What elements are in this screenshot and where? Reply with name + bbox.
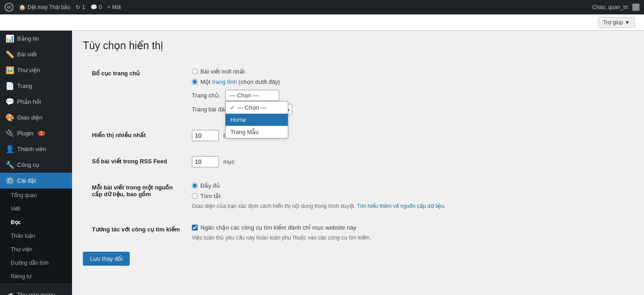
submenu-permalink-label: Đường dẫn tĩnh: [11, 260, 49, 266]
pages-icon: 📄: [5, 82, 14, 90]
sidebar-label-dashboard: Bảng tin: [17, 35, 39, 42]
sidebar-item-appearance[interactable]: 🎨 Giao diện: [0, 110, 72, 125]
admin-bar-right: Chào, quan_tri: [592, 4, 639, 11]
feed-content-label: Mỗi bài viết trong một nguồn cấp dữ liệu…: [83, 175, 186, 217]
site-name: Dệt may Thái bảo: [27, 4, 70, 10]
comment-count: 0: [99, 4, 102, 10]
feed-full-radio[interactable]: [192, 183, 198, 189]
sidebar-item-settings[interactable]: ⚙️ Cài đặt: [0, 173, 72, 189]
homepage-select[interactable]: — Chọn — Home Trang Mẫu: [225, 90, 279, 101]
sidebar-label-plugins: Plugin: [17, 130, 33, 137]
feed-learn-more-link[interactable]: Tìm hiểu thêm về nguồn cấp dữ liệu.: [357, 203, 445, 209]
submenu-media[interactable]: Thư viện: [0, 243, 72, 256]
admin-bar-left: W 🏠 Dệt may Thái bảo ↻ 1 💬 0 + Mới: [5, 3, 587, 12]
search-engine-checkbox[interactable]: [192, 225, 198, 230]
rss-posts-suffix: mục: [223, 158, 235, 165]
collapse-menu-button[interactable]: ◀ Thu gọn menu: [0, 287, 72, 295]
static-page-link[interactable]: trang tĩnh: [212, 78, 237, 85]
settings-table: Bố cục trang chủ Bài viết mới nhất Một t…: [83, 61, 633, 248]
static-page-label: Một trang tĩnh (chọn dưới đây): [200, 78, 280, 85]
homepage-select-wrapper: — Chọn — Home Trang Mẫu ✓ — Chọn —: [225, 90, 279, 101]
update-icon: ↻: [76, 4, 80, 10]
dropdown-option-default[interactable]: ✓ — Chọn —: [226, 101, 288, 114]
sidebar-label-library: Thư viện: [17, 67, 40, 74]
rss-posts-input[interactable]: [192, 156, 219, 167]
dropdown-option-home[interactable]: Home: [226, 114, 288, 126]
sidebar-item-dashboard[interactable]: 📊 Bảng tin: [0, 31, 72, 46]
help-label: Trợ giúp: [603, 19, 623, 26]
sidebar-label-settings: Cài đặt: [17, 177, 36, 184]
submenu-writing-label: Viết: [11, 206, 20, 212]
feed-description: Giao diện của bạn xác định cách hiển thị…: [192, 203, 628, 209]
home-icon: 🏠: [19, 4, 26, 10]
feed-summary-label: Tóm tắt: [200, 193, 221, 199]
homepage-layout-options: Bài viết mới nhất Một trang tĩnh (chọn d…: [192, 68, 628, 85]
wp-logo-item[interactable]: W: [5, 3, 14, 12]
sidebar-item-plugins[interactable]: 🔌 Plugin 1: [0, 125, 72, 141]
comments-nav-icon: 💬: [5, 97, 14, 106]
dropdown-default-label: — Chọn —: [237, 104, 266, 111]
sidebar-item-posts[interactable]: ✏️ Bài viết: [0, 46, 72, 62]
updates-item[interactable]: ↻ 1: [76, 4, 85, 10]
feed-content-row: Mỗi bài viết trong một nguồn cấp dữ liệu…: [83, 175, 633, 217]
search-engine-checkbox-label: Ngăn chặn các công cụ tìm kiếm đánh chỉ …: [200, 224, 356, 231]
feed-full-option: Đầy đủ: [192, 182, 628, 189]
homepage-layout-label: Bố cục trang chủ: [83, 61, 186, 123]
max-posts-row: Hiển thị nhiều nhất bài viết: [83, 123, 633, 149]
static-page-radio[interactable]: [192, 79, 198, 85]
tools-icon: 🔧: [5, 161, 14, 169]
submenu-writing[interactable]: Viết: [0, 202, 72, 216]
sidebar-item-tools[interactable]: 🔧 Công cụ: [0, 157, 72, 173]
submenu-discussion-label: Thảo luận: [11, 233, 35, 239]
sidebar-item-comments[interactable]: 💬 Phản hồi: [0, 94, 72, 110]
collapse-icon: ◀: [5, 290, 14, 295]
plugins-badge: 1: [38, 131, 45, 136]
homepage-dropdowns: Trang chủ: — Chọn — Home Trang Mẫu ✓: [192, 90, 628, 101]
sidebar-label-appearance: Giao diện: [17, 114, 42, 121]
submenu-discussion[interactable]: Thảo luận: [0, 229, 72, 243]
rss-posts-row: Số bài viết trong RSS Feed mục: [83, 149, 633, 175]
checkmark-icon: ✓: [230, 104, 235, 111]
new-content-item[interactable]: + Mới: [108, 4, 121, 10]
rss-posts-label: Số bài viết trong RSS Feed: [83, 149, 186, 175]
submenu-general[interactable]: Tổng quan: [0, 189, 72, 202]
max-posts-label: Hiển thị nhiều nhất: [83, 123, 186, 149]
dropdown-sample-label: Trang Mẫu: [230, 129, 259, 135]
help-chevron-icon: ▼: [625, 19, 630, 26]
sidebar-item-pages[interactable]: 📄 Trang: [0, 78, 72, 94]
admin-bar: W 🏠 Dệt may Thái bảo ↻ 1 💬 0 + Mới Chào,…: [0, 0, 644, 14]
submenu-permalink[interactable]: Đường dẫn tĩnh: [0, 256, 72, 270]
sidebar-item-library[interactable]: 🖼️ Thư viện: [0, 62, 72, 78]
submenu-reading[interactable]: Đọc: [0, 216, 72, 229]
app-body: 📊 Bảng tin ✏️ Bài viết 🖼️ Thư viện 📄 Tra…: [0, 31, 644, 295]
help-button[interactable]: Trợ giúp ▼: [598, 17, 635, 28]
feed-summary-option: Tóm tắt: [192, 193, 628, 199]
feed-content-options: Đầy đủ Tóm tắt: [192, 182, 628, 199]
save-button[interactable]: Lưu thay đổi: [83, 252, 130, 266]
sidebar: 📊 Bảng tin ✏️ Bài viết 🖼️ Thư viện 📄 Tra…: [0, 31, 72, 295]
feed-content-cell: Đầy đủ Tóm tắt Giao diện của bạn xác địn…: [186, 175, 633, 217]
max-posts-input[interactable]: [192, 130, 219, 141]
wp-logo-icon: W: [5, 3, 14, 12]
homepage-select-label: Trang chủ:: [192, 92, 220, 99]
sidebar-label-posts: Bài viết: [17, 51, 36, 58]
sidebar-item-users[interactable]: 👤 Thành viên: [0, 141, 72, 157]
submenu-media-label: Thư viện: [11, 246, 32, 253]
homepage-dropdown-popup: ✓ — Chọn — Home Trang Mẫu: [225, 101, 288, 138]
submenu-reading-label: Đọc: [11, 219, 21, 226]
site-name-item[interactable]: 🏠 Dệt may Thái bảo: [19, 4, 70, 10]
greeting-text: Chào, quan_tri: [592, 4, 628, 10]
submenu-privacy-label: Riêng tư: [11, 273, 32, 280]
submenu-privacy[interactable]: Riêng tư: [0, 270, 72, 283]
search-engine-label: Tương tác với công cụ tìm kiếm: [83, 217, 186, 249]
settings-icon: ⚙️: [5, 176, 14, 185]
submenu-general-label: Tổng quan: [11, 192, 37, 198]
svg-text:W: W: [7, 5, 11, 10]
avatar[interactable]: [632, 4, 639, 11]
latest-posts-radio[interactable]: [192, 69, 198, 74]
feed-summary-radio[interactable]: [192, 193, 198, 199]
comments-item[interactable]: 💬 0: [91, 4, 102, 10]
comment-icon: 💬: [91, 4, 97, 10]
new-label: + Mới: [108, 4, 121, 10]
dropdown-option-sample[interactable]: Trang Mẫu: [226, 126, 288, 138]
